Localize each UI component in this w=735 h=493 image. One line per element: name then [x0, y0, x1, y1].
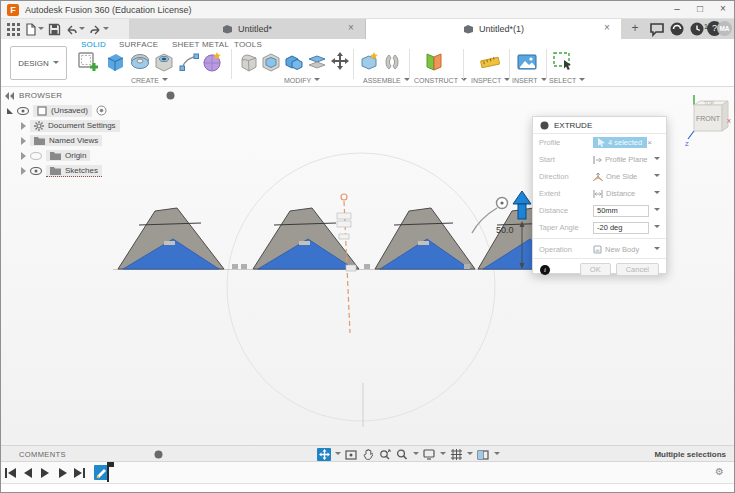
document-tab-untitled-1[interactable]: Untitled*(1) × — [366, 19, 621, 39]
group-insert-dropdown[interactable]: INSERT — [512, 77, 547, 84]
extrude-dimension-label[interactable]: 50.0 — [496, 225, 514, 235]
fillet-button[interactable] — [238, 50, 260, 74]
document-tab-untitled[interactable]: Untitled* × — [129, 19, 366, 39]
timeline-play-button[interactable] — [38, 467, 52, 479]
row-operation[interactable]: Operation New Body — [533, 241, 666, 258]
insert-image-button[interactable] — [516, 50, 538, 74]
redo-button[interactable] — [89, 23, 109, 36]
move-copy-button[interactable] — [329, 50, 351, 74]
hole-button[interactable] — [153, 50, 175, 74]
row-extent[interactable]: Extent Distance — [533, 185, 666, 202]
ok-button[interactable]: OK — [580, 263, 611, 276]
activate-component-icon[interactable] — [96, 105, 107, 116]
timeline-go-to-start-button[interactable] — [4, 467, 18, 479]
browser-options-icon[interactable] — [166, 91, 175, 100]
dimension-glyph — [164, 241, 175, 245]
viewcube-front-label[interactable]: FRONT — [696, 115, 721, 122]
new-tab-button[interactable]: + — [627, 21, 643, 37]
group-create-dropdown[interactable]: CREATE — [131, 77, 168, 84]
taper-angle-input[interactable] — [593, 222, 649, 234]
file-menu-button[interactable] — [24, 23, 44, 36]
dropdown-caret-icon[interactable] — [654, 247, 660, 253]
close-window-button[interactable]: × — [712, 1, 734, 18]
minimize-button[interactable]: – — [666, 1, 688, 18]
settings-gear-icon — [34, 121, 44, 131]
ribbon-tab-solid[interactable]: SOLID — [81, 40, 106, 49]
new-component-button[interactable] — [359, 50, 381, 74]
viewcube-right-face[interactable] — [722, 101, 728, 131]
shell-button[interactable] — [260, 50, 282, 74]
save-icon[interactable] — [48, 23, 61, 36]
dropdown-caret-icon[interactable] — [654, 208, 660, 214]
timeline-step-forward-button[interactable] — [55, 467, 69, 479]
sketch-circle[interactable] — [227, 153, 495, 421]
group-construct-dropdown[interactable]: CONSTRUCT — [414, 77, 467, 84]
revolve-button[interactable] — [129, 50, 151, 74]
timeline-go-to-end-button[interactable] — [72, 467, 86, 479]
expand-caret-icon[interactable] — [21, 137, 26, 145]
sketch-dimension-button[interactable] — [178, 50, 200, 74]
profile-selection-chip[interactable]: 4 selected — [593, 137, 647, 148]
timeline-settings-gear-icon[interactable]: ⚙ — [715, 467, 724, 477]
clear-selection-icon[interactable]: × — [647, 138, 652, 147]
model-viewport[interactable]: 50.0 BROWSER (Unsaved) — [1, 87, 735, 445]
visibility-eye-icon[interactable] — [30, 167, 42, 175]
body-1[interactable] — [118, 208, 224, 269]
expanded-caret-icon[interactable] — [7, 108, 13, 114]
body-3[interactable] — [375, 208, 475, 269]
job-status-icon[interactable] — [669, 21, 685, 37]
joint-button[interactable] — [381, 50, 403, 74]
browser-item-named-views[interactable]: Named Views — [21, 134, 175, 147]
dialog-header[interactable]: EXTRUDE — [533, 117, 666, 134]
timeline-sketch-feature[interactable] — [94, 465, 109, 480]
ribbon-tab-surface[interactable]: SURFACE — [119, 40, 158, 49]
undo-button[interactable] — [65, 23, 85, 36]
row-start[interactable]: Start Profile Plane — [533, 151, 666, 168]
group-inspect-dropdown[interactable]: INSPECT — [471, 77, 510, 84]
timeline-step-back-button[interactable] — [21, 467, 35, 479]
visibility-eye-icon[interactable] — [17, 107, 29, 115]
app-grid-icon[interactable] — [7, 23, 20, 36]
start-label: Start — [539, 155, 593, 164]
select-button[interactable] — [552, 50, 574, 74]
close-tab-icon[interactable]: × — [601, 22, 613, 33]
workspace-design-dropdown[interactable]: DESIGN — [10, 46, 67, 80]
timeline-position-marker[interactable] — [106, 462, 114, 482]
collapse-panel-icon[interactable] — [5, 92, 15, 100]
create-sketch-button[interactable] — [77, 50, 99, 74]
browser-item-sketches[interactable]: Sketches — [21, 164, 175, 177]
fusion360-window: F Autodesk Fusion 360 (Education License… — [0, 0, 735, 493]
group-assemble-dropdown[interactable]: ASSEMBLE — [363, 77, 410, 84]
visibility-eye-off-icon[interactable] — [30, 152, 42, 160]
view-cube[interactable]: TOP FRONT X Z — [683, 93, 733, 151]
measure-button[interactable] — [479, 50, 501, 74]
cancel-button[interactable]: Cancel — [616, 263, 659, 276]
notifications-clock-icon[interactable] — [689, 21, 705, 37]
box-button[interactable] — [104, 50, 126, 74]
row-direction[interactable]: Direction One Side — [533, 168, 666, 185]
construct-plane-button[interactable] — [422, 50, 444, 74]
close-tab-icon[interactable]: × — [345, 22, 357, 33]
dropdown-caret-icon[interactable] — [654, 174, 660, 180]
ribbon-tab-sheetmetal[interactable]: SHEET METAL — [172, 40, 229, 49]
browser-item-document-settings[interactable]: Document Settings — [21, 119, 175, 132]
distance-input[interactable] — [593, 205, 649, 217]
group-modify-dropdown[interactable]: MODIFY — [284, 77, 320, 84]
create-form-button[interactable] — [201, 50, 223, 74]
expand-caret-icon[interactable] — [21, 167, 26, 175]
user-avatar[interactable]: MA — [717, 21, 732, 36]
ribbon-tab-tools[interactable]: TOOLS — [234, 40, 262, 49]
comments-bubble-icon[interactable] — [649, 21, 665, 37]
combine-button[interactable] — [283, 50, 305, 74]
press-pull-button[interactable] — [306, 50, 328, 74]
maximize-button[interactable]: □ — [689, 1, 711, 18]
expand-caret-icon[interactable] — [21, 122, 26, 130]
browser-root-node[interactable]: (Unsaved) — [7, 104, 175, 117]
browser-item-origin[interactable]: Origin — [21, 149, 175, 162]
group-select-dropdown[interactable]: SELECT — [549, 77, 585, 84]
dropdown-caret-icon[interactable] — [654, 191, 660, 197]
expand-caret-icon[interactable] — [21, 152, 26, 160]
info-icon[interactable]: i — [540, 265, 550, 275]
dropdown-caret-icon[interactable] — [654, 225, 660, 231]
dropdown-caret-icon[interactable] — [654, 157, 660, 163]
